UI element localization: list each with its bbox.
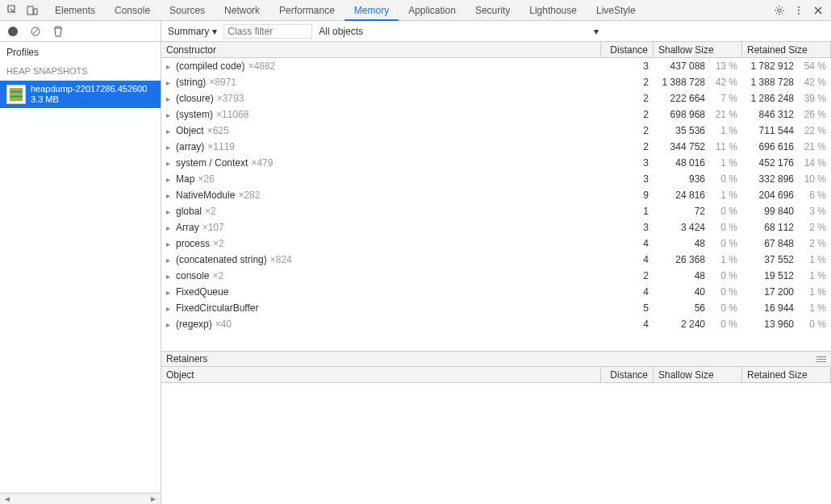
- expand-icon[interactable]: ▸: [166, 320, 173, 329]
- expand-icon[interactable]: ▸: [166, 223, 173, 232]
- table-row[interactable]: ▸process ×24480 %67 8482 %: [161, 235, 831, 252]
- table-row[interactable]: ▸(array) ×11192344 75211 %696 61621 %: [161, 139, 831, 155]
- table-row[interactable]: ▸(closure) ×37932222 6647 %1 286 24839 %: [161, 90, 831, 106]
- table-row[interactable]: ▸(regexp) ×4042 2400 %13 9600 %: [161, 316, 831, 332]
- retainers-header-shallow[interactable]: Shallow Size: [654, 367, 742, 382]
- shallow-value: 72: [654, 206, 710, 217]
- expand-icon[interactable]: ▸: [166, 191, 173, 200]
- expand-icon[interactable]: ▸: [166, 272, 173, 281]
- tab-elements[interactable]: Elements: [45, 0, 105, 21]
- distance-value: 2: [601, 93, 654, 104]
- device-toolbar-icon[interactable]: [26, 4, 39, 17]
- snapshot-size: 3.3 MB: [31, 94, 147, 105]
- grid-body[interactable]: ▸(compiled code) ×48823437 08813 %1 782 …: [161, 58, 831, 351]
- retained-value: 332 896: [742, 173, 799, 185]
- expand-icon[interactable]: ▸: [166, 94, 173, 103]
- expand-icon[interactable]: ▸: [166, 159, 173, 168]
- table-row[interactable]: ▸(concatenated string) ×824426 3681 %37 …: [161, 252, 831, 268]
- expand-icon[interactable]: ▸: [166, 127, 173, 135]
- sidebar-scrollbar[interactable]: ◄►: [0, 493, 161, 504]
- clear-icon[interactable]: [29, 25, 42, 38]
- distance-value: 3: [601, 173, 654, 185]
- retainers-header-object[interactable]: Object: [161, 367, 601, 382]
- table-row[interactable]: ▸Map ×2639360 %332 89610 %: [161, 171, 831, 187]
- expand-icon[interactable]: ▸: [166, 240, 173, 248]
- header-constructor[interactable]: Constructor: [161, 42, 601, 57]
- constructor-name: FixedCircularBuffer: [176, 302, 258, 314]
- distance-value: 2: [601, 141, 654, 152]
- expand-icon[interactable]: ▸: [166, 175, 173, 184]
- retained-value: 1 782 912: [742, 60, 799, 72]
- constructor-name: (system): [176, 109, 213, 120]
- distance-value: 4: [601, 254, 654, 265]
- table-row[interactable]: ▸system / Context ×479348 0161 %452 1761…: [161, 155, 831, 171]
- expand-icon[interactable]: ▸: [166, 62, 173, 71]
- snapshot-item[interactable]: heapdump-22017286.452600 3.3 MB: [0, 81, 161, 108]
- tab-console[interactable]: Console: [105, 0, 160, 21]
- tab-lighthouse[interactable]: Lighthouse: [520, 0, 587, 21]
- expand-icon[interactable]: ▸: [166, 256, 173, 264]
- header-distance[interactable]: Distance: [601, 42, 654, 57]
- table-row[interactable]: ▸(system) ×110682698 96821 %846 31226 %: [161, 106, 831, 123]
- table-row[interactable]: ▸Object ×625235 5361 %711 54422 %: [161, 123, 831, 139]
- table-row[interactable]: ▸FixedQueue4400 %17 2001 %: [161, 284, 831, 300]
- class-filter-input[interactable]: [223, 24, 312, 39]
- retained-value: 68 112: [742, 222, 799, 233]
- retainers-header-retained[interactable]: Retained Size: [742, 367, 831, 382]
- shallow-pct: 1 %: [710, 125, 742, 136]
- shallow-pct: 0 %: [710, 206, 742, 217]
- shallow-value: 698 968: [654, 109, 710, 120]
- constructor-name: (closure): [176, 93, 214, 104]
- expand-icon[interactable]: ▸: [166, 207, 173, 216]
- constructor-count: ×4882: [248, 60, 275, 72]
- table-row[interactable]: ▸global ×21720 %99 8403 %: [161, 203, 831, 219]
- tab-memory[interactable]: Memory: [345, 0, 399, 21]
- table-row[interactable]: ▸console ×22480 %19 5121 %: [161, 268, 831, 284]
- table-row[interactable]: ▸(string) ×897121 388 72842 %1 388 72842…: [161, 74, 831, 90]
- shallow-value: 222 664: [654, 93, 710, 104]
- tab-security[interactable]: Security: [466, 0, 520, 21]
- constructor-count: ×2: [213, 238, 224, 249]
- expand-icon[interactable]: ▸: [166, 304, 173, 313]
- table-row[interactable]: ▸(compiled code) ×48823437 08813 %1 782 …: [161, 58, 831, 74]
- header-shallow[interactable]: Shallow Size: [654, 42, 742, 57]
- retainers-body[interactable]: [161, 383, 831, 504]
- tab-network[interactable]: Network: [215, 0, 269, 21]
- shallow-pct: 21 %: [710, 109, 742, 120]
- expand-icon[interactable]: ▸: [166, 110, 173, 119]
- snapshot-icon: [6, 85, 26, 104]
- tab-livestyle[interactable]: LiveStyle: [587, 0, 645, 21]
- header-retained[interactable]: Retained Size: [742, 42, 831, 57]
- close-icon[interactable]: [812, 4, 825, 17]
- table-row[interactable]: ▸NativeModule ×282924 8161 %204 6966 %: [161, 187, 831, 203]
- tab-application[interactable]: Application: [399, 0, 466, 21]
- table-row[interactable]: ▸Array ×10733 4240 %68 1122 %: [161, 219, 831, 235]
- retained-value: 452 176: [742, 157, 799, 169]
- expand-icon[interactable]: ▸: [166, 288, 173, 297]
- expand-icon[interactable]: ▸: [166, 78, 173, 87]
- shallow-pct: 0 %: [710, 173, 742, 185]
- objects-scope-dropdown[interactable]: All objects: [319, 26, 363, 37]
- tab-performance[interactable]: Performance: [269, 0, 345, 21]
- shallow-value: 26 368: [654, 254, 710, 265]
- constructor-name: Map: [176, 173, 194, 185]
- shallow-value: 1 388 728: [654, 77, 710, 88]
- table-row[interactable]: ▸FixedCircularBuffer5560 %16 9441 %: [161, 300, 831, 316]
- constructor-count: ×8971: [209, 77, 236, 88]
- retainers-menu-icon[interactable]: [816, 355, 826, 364]
- delete-icon[interactable]: [52, 25, 65, 38]
- inspect-icon[interactable]: [6, 4, 19, 17]
- constructor-count: ×1119: [207, 141, 235, 152]
- gear-icon[interactable]: [773, 4, 786, 17]
- record-button[interactable]: [6, 25, 19, 38]
- retained-pct: 1 %: [799, 302, 831, 314]
- summary-dropdown[interactable]: Summary ▾: [168, 26, 217, 37]
- tab-sources[interactable]: Sources: [160, 0, 215, 21]
- expand-icon[interactable]: ▸: [166, 143, 173, 152]
- shallow-pct: 13 %: [710, 60, 742, 72]
- retained-pct: 2 %: [799, 238, 831, 249]
- svg-rect-1: [34, 9, 37, 15]
- retainers-header-distance[interactable]: Distance: [601, 367, 654, 382]
- retainers-title: Retainers: [166, 353, 207, 364]
- more-icon[interactable]: [792, 4, 805, 17]
